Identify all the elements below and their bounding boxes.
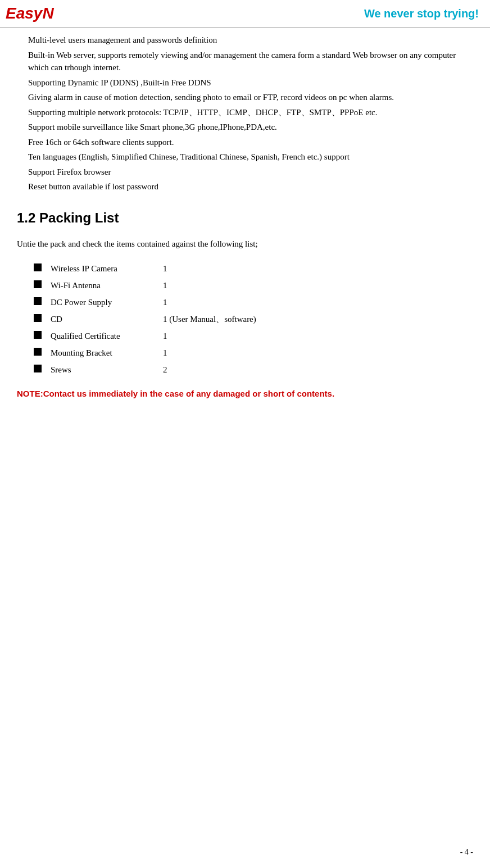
feature-item: Built-in Web server, supports remotely v… bbox=[28, 49, 473, 74]
feature-list: Multi-level users management and passwor… bbox=[17, 34, 473, 193]
item-qty: 1 (User Manual、software) bbox=[163, 312, 256, 326]
item-name: Wi-Fi Antenna bbox=[51, 279, 163, 292]
item-qty: 1 bbox=[163, 279, 167, 292]
list-item: CD 1 (User Manual、software) bbox=[34, 312, 473, 326]
list-item: DC Power Supply 1 bbox=[34, 296, 473, 309]
page-wrapper: EasyN We never stop trying! Multi-level … bbox=[0, 0, 490, 868]
tagline: We never stop trying! bbox=[364, 7, 479, 20]
item-name: Srews bbox=[51, 363, 163, 376]
item-qty: 1 bbox=[163, 329, 167, 343]
feature-item: Multi-level users management and passwor… bbox=[28, 34, 473, 47]
note-text: NOTE:Contact us immediately in the case … bbox=[17, 388, 473, 401]
logo-text: EasyN bbox=[6, 4, 54, 22]
feature-item: Supporting Dynamic IP (DDNS) ,Built-in F… bbox=[28, 76, 473, 89]
list-item: Qualified Certificate 1 bbox=[34, 329, 473, 343]
item-name: Qualified Certificate bbox=[51, 329, 163, 343]
bullet-icon bbox=[34, 263, 42, 271]
page-header: EasyN We never stop trying! bbox=[0, 0, 490, 28]
item-qty: 2 bbox=[163, 363, 167, 376]
item-name: DC Power Supply bbox=[51, 296, 163, 309]
feature-item: Giving alarm in cause of motion detectio… bbox=[28, 91, 473, 104]
item-name: Mounting Bracket bbox=[51, 346, 163, 360]
intro-text: Untie the pack and check the items conta… bbox=[17, 237, 473, 251]
bullet-icon bbox=[34, 297, 42, 305]
bullet-icon bbox=[34, 331, 42, 339]
section-title: 1.2 Packing List bbox=[17, 210, 473, 226]
item-qty: 1 bbox=[163, 262, 167, 275]
feature-item: Supporting multiple network protocols: T… bbox=[28, 106, 473, 119]
bullet-icon bbox=[34, 280, 42, 288]
feature-item: Support Firefox browser bbox=[28, 166, 473, 179]
feature-item: Ten languages (English, Simplified Chine… bbox=[28, 151, 473, 163]
page-number: - 4 - bbox=[460, 848, 473, 857]
item-name: CD bbox=[51, 312, 163, 326]
main-content: Multi-level users management and passwor… bbox=[0, 28, 490, 406]
feature-item: Reset button available if lost password bbox=[28, 180, 473, 193]
bullet-icon bbox=[34, 365, 42, 372]
packing-list: Wireless IP Camera 1 Wi-Fi Antenna 1 DC … bbox=[17, 262, 473, 376]
list-item: Srews 2 bbox=[34, 363, 473, 376]
item-qty: 1 bbox=[163, 346, 167, 360]
item-qty: 1 bbox=[163, 296, 167, 309]
bullet-icon bbox=[34, 348, 42, 356]
item-name: Wireless IP Camera bbox=[51, 262, 163, 275]
list-item: Mounting Bracket 1 bbox=[34, 346, 473, 360]
list-item: Wi-Fi Antenna 1 bbox=[34, 279, 473, 292]
feature-item: Free 16ch or 64ch software clients suppo… bbox=[28, 136, 473, 149]
bullet-icon bbox=[34, 314, 42, 322]
list-item: Wireless IP Camera 1 bbox=[34, 262, 473, 275]
company-logo: EasyN bbox=[6, 4, 54, 22]
feature-item: Support mobile surveillance like Smart p… bbox=[28, 121, 473, 134]
